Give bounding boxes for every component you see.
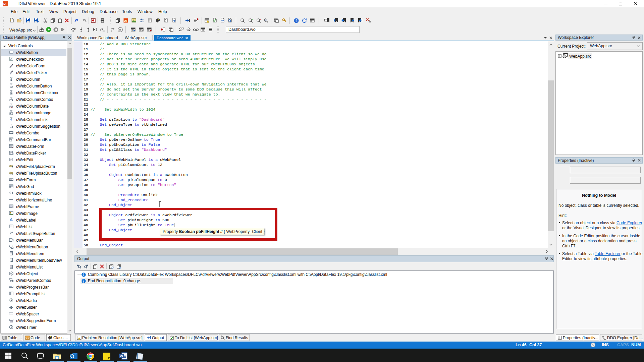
svg-text:W: W <box>120 354 123 358</box>
svg-text:DF: DF <box>124 19 128 22</box>
svg-text:?: ? <box>295 19 297 23</box>
